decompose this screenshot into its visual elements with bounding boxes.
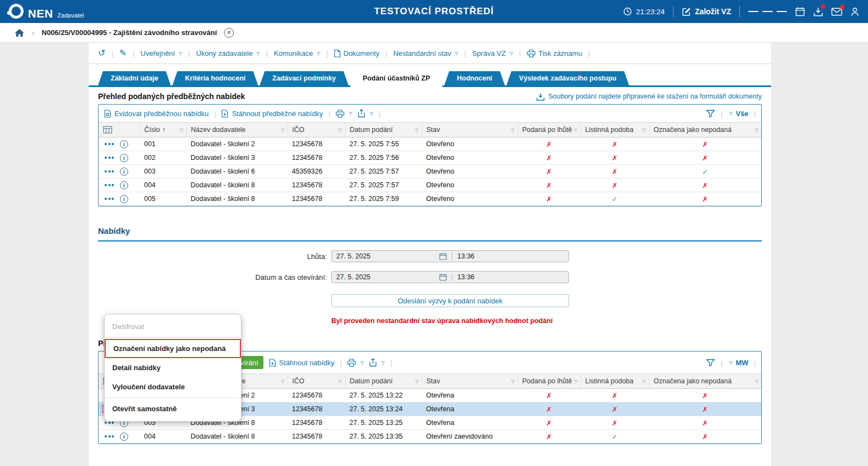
info-icon[interactable]: i — [120, 433, 128, 441]
filter-dropdown-icon[interactable]: ▽ — [642, 379, 646, 384]
filter-dropdown-icon[interactable]: ▽ — [574, 379, 577, 384]
otevirani-datetime-field[interactable]: 27. 5. 2025 13:36 — [331, 271, 569, 283]
table-row[interactable]: i001Dodavatel - školení 21234567827. 5. … — [99, 137, 761, 151]
table-row[interactable]: i003Dodavatel - školení 64535932627. 5. … — [99, 165, 761, 179]
info-icon[interactable]: i — [120, 154, 128, 162]
filter-dropdown-icon[interactable]: ▽ — [180, 128, 183, 133]
download-bids-button[interactable]: Stáhnout nabídky — [269, 359, 335, 367]
context-menu-item[interactable]: Detail nabídky — [105, 358, 241, 377]
context-menu-item[interactable]: Označení nabídky jako nepodaná — [105, 339, 241, 358]
filter-icon[interactable] — [706, 359, 715, 367]
column-header-stav[interactable]: Stav▽ — [422, 123, 518, 137]
column-header-listinna-podoba[interactable]: Listinná podoba▽ — [580, 374, 649, 389]
table-row[interactable]: i002Dodavatel - školení 31234567827. 5. … — [99, 151, 761, 165]
view-filter-dropdown[interactable]: ▽ Vše — [728, 110, 748, 118]
column-header-podana-po-lhute[interactable]: Podaná po lhůtě▽ — [518, 374, 580, 389]
filter-icon[interactable] — [706, 110, 715, 118]
tab-podani-ucastniku-zp[interactable]: Podání účastníků ZP — [350, 71, 442, 87]
export-button[interactable]: ▽ — [358, 109, 373, 118]
user-icon[interactable] — [850, 7, 859, 16]
column-header-nazev-dodavatele[interactable]: Název dodavatele▽ — [186, 123, 288, 137]
close-record-icon[interactable]: ✕ — [224, 28, 234, 38]
filter-dropdown-icon[interactable]: ▽ — [281, 379, 284, 384]
row-menu-icon[interactable] — [103, 168, 116, 175]
table-row[interactable]: i004Dodavatel - školení 81234567827. 5. … — [99, 430, 761, 444]
print-button[interactable]: ▽ — [336, 110, 352, 118]
command-komunikace[interactable]: Komunikace▽ — [274, 49, 320, 57]
context-menu-item[interactable]: Otevřít samostatně — [105, 399, 241, 418]
row-menu-icon[interactable] — [103, 433, 116, 440]
filter-dropdown-icon[interactable]: ▽ — [574, 128, 577, 133]
lhuta-date-value[interactable]: 27. 5. 2025 — [332, 252, 439, 260]
print-button[interactable]: ▽ — [347, 359, 364, 367]
column-header-ico[interactable]: IČO▽ — [288, 123, 345, 137]
filter-dropdown-icon[interactable]: ▽ — [338, 128, 342, 133]
filter-dropdown-icon[interactable]: ▽ — [338, 379, 342, 384]
info-icon[interactable]: i — [120, 195, 128, 203]
filter-dropdown-icon[interactable]: ▽ — [415, 128, 418, 133]
row-menu-icon[interactable] — [103, 141, 116, 147]
info-icon[interactable]: i — [120, 181, 128, 189]
command-nestandardni-stav[interactable]: Nestandardní stav▽ — [393, 49, 458, 57]
tab-vysledek-zadavaciho-postupu[interactable]: Výsledek zadávacího postupu — [507, 71, 629, 85]
otevirani-time-value[interactable]: 13:36 — [457, 273, 474, 281]
filter-dropdown-icon[interactable]: ▽ — [415, 379, 418, 384]
export-button[interactable]: ▽ — [369, 358, 384, 367]
calendar-icon[interactable] — [795, 7, 805, 16]
filter-dropdown-icon[interactable]: ▽ — [511, 379, 514, 384]
tab-zakladni-udaje[interactable]: Základní údaje — [98, 71, 171, 85]
history-icon[interactable]: ↺ — [98, 49, 105, 57]
command-dokumenty[interactable]: Dokumenty — [334, 49, 380, 57]
lhuta-time-value[interactable]: 13:36 — [457, 252, 474, 260]
filter-dropdown-icon[interactable]: ▽ — [755, 379, 758, 384]
column-header-oznacena-jako-nepodana[interactable]: Označena jako nepodaná▽ — [649, 123, 761, 137]
filter-dropdown-icon[interactable]: ▽ — [511, 128, 514, 133]
view-filter-dropdown[interactable]: ▽ MW — [728, 359, 748, 367]
table-row[interactable]: i004Dodavatel - školení 81234567827. 5. … — [99, 179, 761, 192]
messages-icon[interactable] — [831, 8, 842, 16]
cell-ico: 12345678 — [288, 137, 345, 151]
cell-listinna: ✓ — [580, 192, 649, 206]
table-row[interactable]: i005Dodavatel - školení 81234567827. 5. … — [99, 192, 761, 206]
tab-kriteria-hodnoceni[interactable]: Kritéria hodnocení — [173, 71, 258, 85]
download-note-link[interactable]: Soubory podání najdete připravené ke sta… — [536, 93, 762, 101]
tab-hodnoceni[interactable]: Hodnocení — [444, 71, 505, 85]
register-preliminary-bid-button[interactable]: Evidovat předběžnou nabídku — [104, 110, 209, 118]
sort-asc-icon[interactable]: ↑ — [162, 126, 165, 134]
column-header-oznacena-jako-nepodana[interactable]: Označena jako nepodaná▽ — [649, 374, 761, 389]
breadcrumb-item[interactable]: N006/25/V00004995 - Zajištění závodního … — [42, 28, 217, 37]
filter-dropdown-icon[interactable]: ▽ — [755, 128, 758, 133]
filter-dropdown-icon[interactable]: ▽ — [281, 128, 284, 133]
column-header-podana-po-lhute[interactable]: Podaná po lhůtě▽ — [518, 123, 580, 137]
send-call-for-bids-button[interactable]: Odeslání výzvy k podání nabídek — [331, 294, 569, 307]
command-uverejneni[interactable]: Uveřejnění▽ — [141, 49, 182, 57]
command-tisk-zaznamu[interactable]: Tisk záznamu — [527, 49, 582, 57]
column-header-datum-podani[interactable]: Datum podání▽ — [345, 123, 422, 137]
info-icon[interactable]: i — [120, 140, 128, 148]
download-preliminary-bids-button[interactable]: Stáhnout předběžné nabídky — [221, 110, 323, 118]
filter-dropdown-icon[interactable]: ▽ — [642, 128, 646, 133]
column-header-datum-podani[interactable]: Datum podání▽ — [345, 374, 422, 389]
row-menu-icon[interactable] — [103, 182, 116, 188]
tab-zadavaci-podminky[interactable]: Zadávací podmínky — [260, 71, 348, 85]
create-vz-button[interactable]: Založit VZ — [682, 7, 731, 16]
row-menu-icon[interactable] — [103, 154, 116, 161]
context-menu-item[interactable]: Vyloučení dodavatele — [105, 377, 241, 396]
downloads-icon[interactable] — [813, 7, 823, 16]
column-header-listinna-podoba[interactable]: Listinná podoba▽ — [580, 123, 649, 137]
otevirani-date-value[interactable]: 27. 5. 2025 — [332, 273, 439, 281]
command-sprava-vz[interactable]: Správa VZ▽ — [472, 49, 513, 57]
edit-icon[interactable]: ✎ — [119, 49, 127, 57]
info-icon[interactable]: i — [120, 168, 128, 176]
home-icon[interactable] — [14, 28, 25, 37]
column-settings-icon[interactable] — [103, 126, 130, 134]
column-header-stav[interactable]: Stav▽ — [422, 374, 518, 389]
notification-badge — [821, 4, 825, 9]
column-header-cislo[interactable]: Číslo↑▽ — [140, 123, 186, 137]
row-menu-icon[interactable] — [103, 195, 116, 202]
command-ukony-zadavatele[interactable]: Úkony zadavatele▽ — [196, 49, 260, 57]
menu-icon[interactable] — [748, 9, 787, 14]
lhuta-datetime-field[interactable]: 27. 5. 2025 13:36 — [331, 250, 569, 262]
brand[interactable]: NEN Zadavatel — [9, 4, 84, 19]
column-header-ico[interactable]: IČO▽ — [288, 374, 345, 389]
